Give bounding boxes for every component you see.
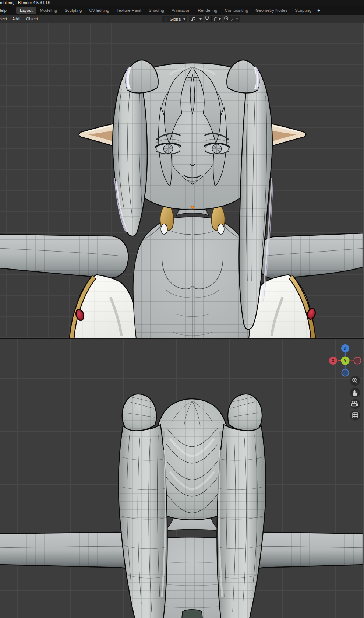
falloff-dropdown[interactable]	[230, 17, 240, 21]
window-title: n.blend] - Blender 4.5.3 LTS	[0, 0, 50, 5]
tab-shading[interactable]: Shading	[145, 7, 168, 14]
camera-view-button[interactable]	[350, 399, 360, 409]
transform-orientation-icon	[163, 17, 169, 22]
snap-with-dropdown[interactable]	[189, 16, 203, 22]
axis-navigation-gizmo[interactable]: Z X Y	[329, 344, 361, 376]
tab-layout[interactable]: Layout	[16, 7, 36, 14]
menu-add[interactable]: Add	[12, 15, 20, 23]
proportional-editing-group	[224, 16, 240, 22]
chevron-down-icon	[183, 18, 185, 20]
tab-compositing[interactable]: Compositing	[221, 7, 252, 14]
falloff-curve-icon	[230, 17, 235, 21]
chevron-down-icon	[199, 18, 202, 20]
snap-target-dropdown[interactable]	[212, 17, 222, 21]
tab-scripting[interactable]: Scripting	[291, 7, 315, 14]
chevron-down-icon	[236, 18, 238, 20]
tab-sculpting[interactable]: Sculpting	[61, 7, 85, 14]
chevron-down-icon	[219, 18, 221, 20]
menu-select[interactable]: Select	[0, 15, 7, 23]
transform-orientation-label: Global	[170, 17, 181, 21]
viewport-3d-front[interactable]	[0, 23, 364, 338]
orthographic-toggle-button[interactable]	[350, 411, 360, 421]
transform-orientation-dropdown[interactable]: Global	[162, 16, 187, 22]
tab-uv-editing[interactable]: UV Editing	[86, 7, 113, 14]
zoom-button[interactable]	[350, 376, 360, 386]
character-front-model	[0, 23, 364, 338]
viewport-header: Select Add Object Global	[0, 15, 364, 23]
tab-geometry-nodes[interactable]: Geometry Nodes	[252, 7, 291, 14]
object-origin-dot	[191, 206, 194, 209]
gizmo-minus-z-axis[interactable]	[342, 369, 349, 376]
topbar: Help Layout Modeling Sculpting UV Editin…	[0, 5, 364, 15]
tab-animation[interactable]: Animation	[168, 7, 194, 14]
snapping-group	[205, 16, 222, 22]
menu-object[interactable]: Object	[26, 15, 38, 23]
magnet-icon	[205, 16, 209, 21]
pan-button[interactable]	[350, 388, 360, 398]
gizmo-minus-x-axis[interactable]	[354, 357, 361, 364]
viewport-3d-back[interactable]: Z X Y	[0, 339, 364, 618]
gizmo-y-label: Y	[344, 359, 347, 363]
menu-help[interactable]: Help	[0, 8, 7, 13]
character-back-model: Z X Y	[0, 339, 364, 618]
gizmo-z-label: Z	[344, 347, 346, 351]
viewport-nav-buttons	[350, 376, 360, 421]
proportional-editing-icon	[224, 16, 229, 21]
snap-increment-icon	[212, 17, 217, 21]
tab-texture-paint[interactable]: Texture Paint	[113, 7, 145, 14]
window-titlebar: n.blend] - Blender 4.5.3 LTS	[0, 0, 364, 5]
add-workspace-button[interactable]: +	[315, 7, 322, 13]
tab-rendering[interactable]: Rendering	[194, 7, 221, 14]
snap-with-icon	[191, 17, 196, 22]
cloak-edge	[182, 610, 202, 618]
tab-modeling[interactable]: Modeling	[36, 7, 61, 14]
gizmo-x-label: X	[332, 359, 335, 363]
